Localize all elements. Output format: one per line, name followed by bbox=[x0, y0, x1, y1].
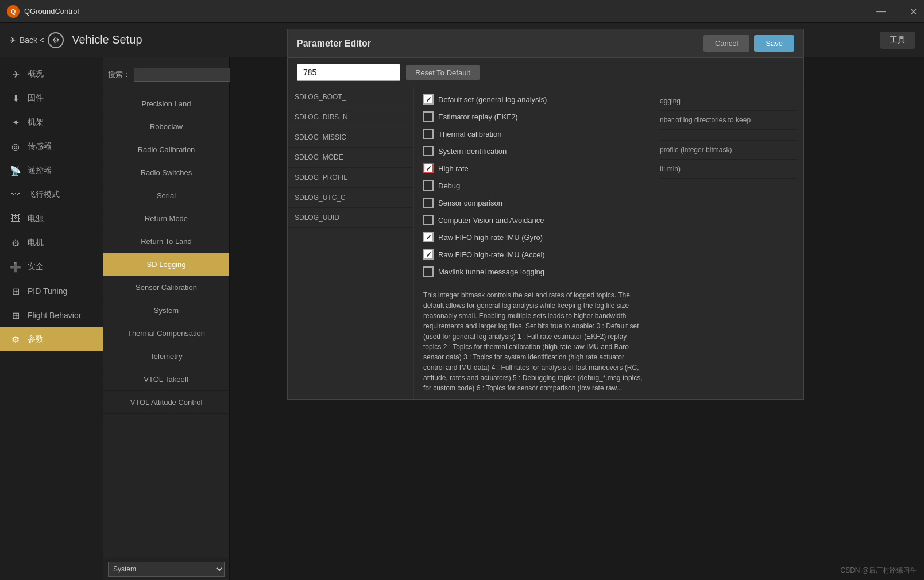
sidebar-item-sensors[interactable]: ◎传感器 bbox=[0, 134, 103, 158]
checkbox-thermal-calibration[interactable] bbox=[423, 129, 434, 139]
param-item-vtol-takeoff[interactable]: VTOL Takeoff bbox=[103, 368, 229, 391]
checkbox-row-system-identification: System identification bbox=[423, 144, 645, 158]
sidebar-item-overview[interactable]: ✈概况 bbox=[0, 62, 103, 86]
watermark: CSDN @后厂村路练习生 bbox=[840, 566, 917, 575]
param-item-serial[interactable]: Serial bbox=[103, 184, 229, 207]
checkbox-label-computer-vision: Computer Vision and Avoidance bbox=[438, 216, 544, 225]
checkbox-label-raw-fifo-gyro: Raw FIFO high-rate IMU (Gyro) bbox=[438, 233, 543, 242]
sdlog-item-SDLOG_DIRS_N[interactable]: SDLOG_DIRS_N bbox=[288, 107, 413, 127]
param-editor-title: Parameter Editor bbox=[297, 38, 371, 49]
sidebar: ✈概况⬇固件✦机架◎传感器📡遥控器〰飞行模式🖼电源⚙电机➕安全⊞PID Tuni… bbox=[0, 57, 103, 580]
back-arrow: ✈ bbox=[9, 36, 16, 45]
section-selector: System bbox=[103, 558, 229, 580]
right-info-3: profile (integer bitmask) bbox=[660, 141, 798, 160]
safety-icon: ➕ bbox=[9, 261, 22, 273]
checkbox-row-raw-fifo-gyro: Raw FIFO high-rate IMU (Gyro) bbox=[423, 230, 645, 245]
checkbox-row-thermal-calibration: Thermal calibration bbox=[423, 126, 645, 141]
param-editor: Parameter Editor Cancel Save Reset To De… bbox=[287, 29, 804, 400]
sidebar-item-pid-tuning[interactable]: ⊞PID Tuning bbox=[0, 279, 103, 303]
sdlog-list: SDLOG_BOOT_SDLOG_DIRS_NSDLOG_MISSICSDLOG… bbox=[288, 87, 414, 399]
sidebar-item-motors[interactable]: ⚙电机 bbox=[0, 231, 103, 255]
param-item-radio-calibration[interactable]: Radio Calibration bbox=[103, 138, 229, 161]
tools-button[interactable]: 工具 bbox=[880, 32, 915, 49]
sidebar-label: 机架 bbox=[28, 117, 44, 127]
checkbox-sensor-comparison[interactable] bbox=[423, 198, 434, 208]
pid-tuning-icon: ⊞ bbox=[9, 285, 22, 297]
sidebar-item-flight-modes[interactable]: 〰飞行模式 bbox=[0, 183, 103, 207]
param-editor-buttons: Cancel Save bbox=[703, 35, 794, 52]
param-item-telemetry[interactable]: Telemetry bbox=[103, 345, 229, 368]
param-items: Precision LandRoboclawRadio CalibrationR… bbox=[103, 92, 229, 558]
param-item-sd-logging[interactable]: SD Logging bbox=[103, 253, 229, 276]
checkbox-mavlink-tunnel[interactable] bbox=[423, 266, 434, 277]
sidebar-item-radio[interactable]: 📡遥控器 bbox=[0, 158, 103, 183]
sdlog-item-SDLOG_MISSIC[interactable]: SDLOG_MISSIC bbox=[288, 127, 413, 148]
param-item-system[interactable]: System bbox=[103, 299, 229, 322]
sidebar-item-safety[interactable]: ➕安全 bbox=[0, 255, 103, 279]
sidebar-label: PID Tuning bbox=[28, 287, 67, 296]
checkbox-row-high-rate: High rate bbox=[423, 161, 645, 176]
checkbox-debug[interactable] bbox=[423, 180, 434, 191]
section-dropdown[interactable]: System bbox=[108, 562, 225, 577]
checkbox-raw-fifo-accel[interactable] bbox=[423, 249, 434, 260]
value-input[interactable] bbox=[297, 64, 400, 81]
checkbox-computer-vision[interactable] bbox=[423, 215, 434, 225]
checkbox-row-computer-vision: Computer Vision and Avoidance bbox=[423, 212, 645, 227]
minimize-button[interactable]: — bbox=[876, 6, 886, 17]
sidebar-item-parameters[interactable]: ⚙参数 bbox=[0, 327, 103, 351]
param-item-vtol-attitude-control[interactable]: VTOL Attitude Control bbox=[103, 391, 229, 414]
search-input[interactable] bbox=[134, 68, 230, 82]
close-button[interactable]: ✕ bbox=[910, 6, 917, 17]
checkbox-raw-fifo-gyro[interactable] bbox=[423, 232, 434, 242]
settings-icon: ⚙ bbox=[48, 32, 64, 48]
sidebar-item-flight-behavior[interactable]: ⊞Flight Behavior bbox=[0, 303, 103, 327]
param-item-return-to-land[interactable]: Return To Land bbox=[103, 230, 229, 253]
sidebar-label: 传感器 bbox=[28, 141, 52, 152]
checkbox-row-sensor-comparison: Sensor comparison bbox=[423, 195, 645, 210]
checkbox-label-default-set: Default set (general log analysis) bbox=[438, 95, 547, 104]
window-controls[interactable]: — □ ✕ bbox=[876, 0, 917, 23]
firmware-icon: ⬇ bbox=[9, 92, 22, 105]
checkbox-label-mavlink-tunnel: Mavlink tunnel message logging bbox=[438, 268, 544, 276]
param-item-thermal-compensation[interactable]: Thermal Compensation bbox=[103, 322, 229, 345]
sidebar-label: 参数 bbox=[28, 334, 44, 345]
param-item-return-mode[interactable]: Return Mode bbox=[103, 207, 229, 230]
sdlog-item-SDLOG_UUID[interactable]: SDLOG_UUID bbox=[288, 208, 413, 228]
sdlog-item-SDLOG_UTC_C[interactable]: SDLOG_UTC_C bbox=[288, 188, 413, 208]
checkbox-row-estimator-replay: Estimator replay (EKF2) bbox=[423, 109, 645, 124]
checkbox-default-set[interactable] bbox=[423, 94, 434, 105]
reset-button[interactable]: Reset To Default bbox=[406, 65, 480, 80]
sidebar-item-airframe[interactable]: ✦机架 bbox=[0, 110, 103, 134]
cancel-button[interactable]: Cancel bbox=[703, 35, 749, 52]
save-button[interactable]: Save bbox=[754, 35, 794, 52]
param-item-sensor-calibration[interactable]: Sensor Calibration bbox=[103, 276, 229, 299]
sdlog-item-SDLOG_PROFIL[interactable]: SDLOG_PROFIL bbox=[288, 168, 413, 188]
checkbox-label-system-identification: System identification bbox=[438, 147, 507, 156]
sdlog-item-SDLOG_BOOT_[interactable]: SDLOG_BOOT_ bbox=[288, 87, 413, 107]
checkbox-label-debug: Debug bbox=[438, 181, 460, 190]
maximize-button[interactable]: □ bbox=[895, 6, 900, 17]
checkbox-label-high-rate: High rate bbox=[438, 164, 469, 173]
sidebar-item-power[interactable]: 🖼电源 bbox=[0, 207, 103, 231]
sidebar-label: 概况 bbox=[28, 69, 44, 79]
sidebar-label: 飞行模式 bbox=[28, 190, 60, 200]
sidebar-item-firmware[interactable]: ⬇固件 bbox=[0, 86, 103, 110]
checkbox-label-thermal-calibration: Thermal calibration bbox=[438, 130, 502, 138]
sdlog-right-info: oggingnber of log directories to keeppro… bbox=[654, 87, 803, 399]
checkbox-high-rate[interactable] bbox=[423, 163, 434, 173]
checkbox-row-mavlink-tunnel: Mavlink tunnel message logging bbox=[423, 264, 645, 279]
param-item-radio-switches[interactable]: Radio Switches bbox=[103, 161, 229, 184]
checkbox-system-identification[interactable] bbox=[423, 146, 434, 156]
sensors-icon: ◎ bbox=[9, 140, 22, 153]
checkbox-estimator-replay[interactable] bbox=[423, 111, 434, 122]
sdlog-item-SDLOG_MODE[interactable]: SDLOG_MODE bbox=[288, 148, 413, 168]
titlebar: Q QGroundControl — □ ✕ bbox=[0, 0, 924, 23]
checkbox-row-debug: Debug bbox=[423, 178, 645, 193]
back-button[interactable]: ✈ Back < ⚙ Vehicle Setup bbox=[9, 32, 142, 48]
parameters-icon: ⚙ bbox=[9, 333, 22, 346]
right-info-0: ogging bbox=[660, 92, 798, 111]
param-item-roboclaw[interactable]: Roboclaw bbox=[103, 115, 229, 138]
param-item-precision-land[interactable]: Precision Land bbox=[103, 92, 229, 115]
app-logo: Q bbox=[7, 5, 20, 18]
right-info-1: nber of log directories to keep bbox=[660, 111, 798, 130]
